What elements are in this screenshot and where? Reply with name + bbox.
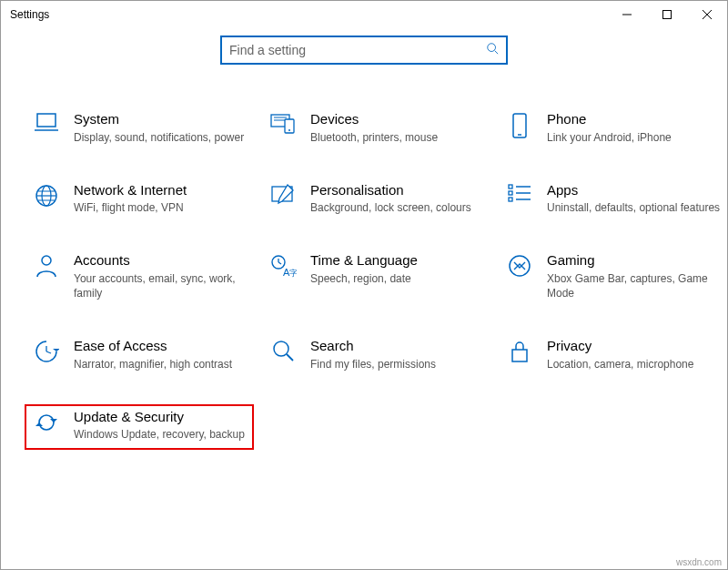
- svg-rect-39: [512, 350, 527, 361]
- search-box[interactable]: [220, 36, 508, 65]
- tile-network[interactable]: Network & Internet WiFi, flight mode, VP…: [25, 178, 254, 219]
- watermark: wsxdn.com: [676, 557, 722, 567]
- search-icon: [486, 42, 499, 58]
- laptop-icon: [28, 110, 65, 136]
- ease-of-access-icon: [28, 337, 65, 364]
- svg-rect-22: [509, 191, 512, 195]
- tile-title: Ease of Access: [74, 337, 250, 355]
- tile-update-security[interactable]: Update & Security Windows Update, recove…: [25, 404, 254, 450]
- window-title: Settings: [10, 8, 49, 21]
- tile-accounts[interactable]: Accounts Your accounts, email, sync, wor…: [25, 248, 254, 304]
- tile-personalisation[interactable]: Personalisation Background, lock screen,…: [261, 178, 490, 219]
- tile-ease-of-access[interactable]: Ease of Access Narrator, magnifier, high…: [25, 333, 254, 375]
- tile-title: Search: [310, 337, 487, 355]
- tile-apps[interactable]: Apps Uninstall, defaults, optional featu…: [498, 178, 727, 219]
- minimize-icon: [622, 10, 632, 19]
- svg-line-30: [278, 262, 281, 264]
- tile-desc: Your accounts, email, sync, work, family: [74, 271, 250, 300]
- sync-icon: [28, 408, 65, 435]
- tile-title: System: [74, 110, 250, 128]
- tile-phone[interactable]: Phone Link your Android, iPhone: [498, 107, 727, 148]
- svg-line-36: [46, 351, 51, 353]
- svg-rect-13: [513, 114, 526, 137]
- svg-point-37: [274, 341, 288, 356]
- tile-title: Accounts: [74, 251, 250, 270]
- svg-point-4: [488, 44, 496, 52]
- time-language-icon: A 字: [265, 251, 301, 279]
- svg-text:字: 字: [289, 269, 297, 278]
- tile-title: Time & Language: [310, 251, 487, 270]
- apps-list-icon: [501, 181, 538, 203]
- brush-icon: [265, 181, 301, 207]
- tile-system[interactable]: System Display, sound, notifications, po…: [25, 107, 254, 148]
- lock-icon: [501, 337, 538, 364]
- tile-title: Gaming: [547, 251, 723, 270]
- svg-marker-41: [35, 422, 43, 426]
- search-container: [1, 36, 727, 65]
- tile-desc: WiFi, flight mode, VPN: [74, 200, 250, 215]
- svg-rect-21: [509, 185, 512, 188]
- svg-line-38: [287, 354, 293, 361]
- globe-icon: [28, 181, 65, 209]
- tile-title: Devices: [310, 110, 487, 128]
- svg-line-5: [495, 51, 499, 55]
- tile-title: Personalisation: [310, 181, 487, 199]
- tile-title: Network & Internet: [74, 181, 250, 199]
- tile-desc: Narrator, magnifier, high contrast: [74, 357, 250, 372]
- tile-title: Phone: [547, 110, 723, 128]
- close-icon: [703, 10, 712, 19]
- maximize-button[interactable]: [647, 1, 687, 28]
- svg-marker-40: [50, 419, 57, 422]
- tile-gaming[interactable]: Gaming Xbox Game Bar, captures, Game Mod…: [498, 248, 727, 304]
- tile-title: Privacy: [547, 337, 723, 355]
- svg-point-27: [42, 256, 51, 265]
- titlebar: Settings: [1, 1, 727, 28]
- svg-marker-34: [53, 349, 59, 351]
- tile-desc: Link your Android, iPhone: [547, 130, 723, 145]
- tile-desc: Location, camera, microphone: [547, 357, 723, 372]
- svg-rect-6: [37, 114, 56, 127]
- tile-desc: Uninstall, defaults, optional features: [547, 200, 723, 215]
- person-icon: [28, 251, 65, 279]
- gaming-icon: [501, 251, 538, 279]
- tile-desc: Find my files, permissions: [310, 357, 487, 372]
- search-input[interactable]: [229, 43, 486, 57]
- phone-icon: [501, 110, 538, 139]
- tile-search[interactable]: Search Find my files, permissions: [261, 333, 490, 375]
- tile-desc: Windows Update, recovery, backup: [74, 427, 250, 442]
- svg-point-33: [510, 256, 530, 276]
- tile-desc: Speech, region, date: [310, 271, 487, 286]
- tile-desc: Display, sound, notifications, power: [74, 130, 250, 145]
- svg-rect-1: [663, 11, 672, 19]
- settings-grid: System Display, sound, notifications, po…: [1, 107, 727, 450]
- tile-devices[interactable]: Devices Bluetooth, printers, mouse: [261, 107, 490, 148]
- svg-point-12: [288, 129, 290, 131]
- devices-icon: [265, 110, 301, 136]
- close-button[interactable]: [687, 1, 727, 28]
- tile-title: Apps: [547, 181, 723, 199]
- maximize-icon: [662, 10, 672, 19]
- tile-desc: Bluetooth, printers, mouse: [310, 130, 487, 145]
- magnifier-icon: [265, 337, 301, 362]
- tile-desc: Background, lock screen, colours: [310, 200, 487, 215]
- tile-desc: Xbox Game Bar, captures, Game Mode: [547, 271, 723, 300]
- minimize-button[interactable]: [607, 1, 647, 28]
- svg-rect-23: [509, 198, 512, 201]
- tile-privacy[interactable]: Privacy Location, camera, microphone: [498, 333, 727, 375]
- tile-title: Update & Security: [74, 408, 250, 426]
- tile-time-language[interactable]: A 字 Time & Language Speech, region, date: [261, 248, 490, 304]
